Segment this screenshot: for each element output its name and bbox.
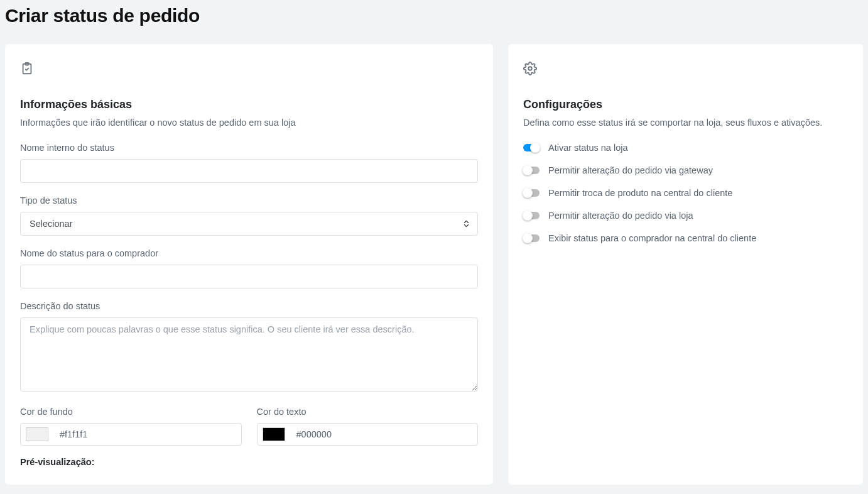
toggle-switch[interactable]: [523, 189, 540, 197]
toggle-knob: [523, 211, 533, 221]
svg-point-2: [528, 67, 532, 70]
settings-toggles: Ativar status na lojaPermitir alteração …: [523, 143, 848, 243]
toggle-switch[interactable]: [523, 144, 540, 151]
text-color-label: Cor do texto: [257, 407, 479, 417]
settings-title: Configurações: [523, 98, 848, 111]
toggle-switch[interactable]: [523, 234, 540, 242]
toggle-label: Exibir status para o comprador na centra…: [548, 233, 756, 243]
bg-color-picker[interactable]: #f1f1f1: [20, 423, 242, 446]
text-color-value: #000000: [296, 429, 332, 439]
toggle-row: Permitir alteração do pedido via gateway: [523, 165, 848, 175]
settings-subtitle: Defina como esse status irá se comportar…: [523, 118, 848, 128]
toggle-switch[interactable]: [523, 167, 540, 174]
basic-info-card: Informações básicas Informações que irão…: [5, 44, 493, 485]
basic-info-title: Informações básicas: [20, 98, 478, 111]
toggle-label: Ativar status na loja: [548, 143, 628, 153]
text-color-swatch: [263, 427, 285, 441]
bg-color-label: Cor de fundo: [20, 407, 242, 417]
bg-color-swatch: [26, 427, 48, 441]
description-label: Descrição do status: [20, 301, 478, 311]
toggle-label: Permitir alteração do pedido via loja: [548, 211, 693, 221]
toggle-switch[interactable]: [523, 212, 540, 219]
toggle-knob: [530, 143, 540, 153]
toggle-knob: [523, 165, 533, 175]
internal-name-input[interactable]: [20, 159, 478, 183]
buyer-name-label: Nome do status para o comprador: [20, 248, 478, 258]
status-type-label: Tipo de status: [20, 195, 478, 206]
page-title: Criar status de pedido: [5, 5, 863, 26]
description-textarea[interactable]: [20, 317, 478, 392]
basic-info-subtitle: Informações que irão identificar o novo …: [20, 118, 478, 128]
buyer-name-input[interactable]: [20, 265, 478, 288]
settings-card: Configurações Defina como esse status ir…: [508, 44, 863, 485]
internal-name-label: Nome interno do status: [20, 143, 478, 153]
gear-icon: [523, 62, 848, 78]
toggle-row: Ativar status na loja: [523, 143, 848, 153]
preview-label: Pré-visualização:: [20, 457, 478, 467]
toggle-row: Permitir troca de produto na central do …: [523, 188, 848, 198]
toggle-label: Permitir alteração do pedido via gateway: [548, 165, 713, 175]
status-type-select[interactable]: Selecionar: [20, 212, 478, 236]
bg-color-value: #f1f1f1: [60, 429, 87, 439]
main-layout: Informações básicas Informações que irão…: [5, 44, 863, 485]
toggle-knob: [523, 233, 533, 243]
toggle-knob: [523, 188, 533, 198]
toggle-label: Permitir troca de produto na central do …: [548, 188, 732, 198]
toggle-row: Exibir status para o comprador na centra…: [523, 233, 848, 243]
clipboard-icon: [20, 62, 478, 78]
toggle-row: Permitir alteração do pedido via loja: [523, 211, 848, 221]
text-color-picker[interactable]: #000000: [257, 423, 479, 446]
